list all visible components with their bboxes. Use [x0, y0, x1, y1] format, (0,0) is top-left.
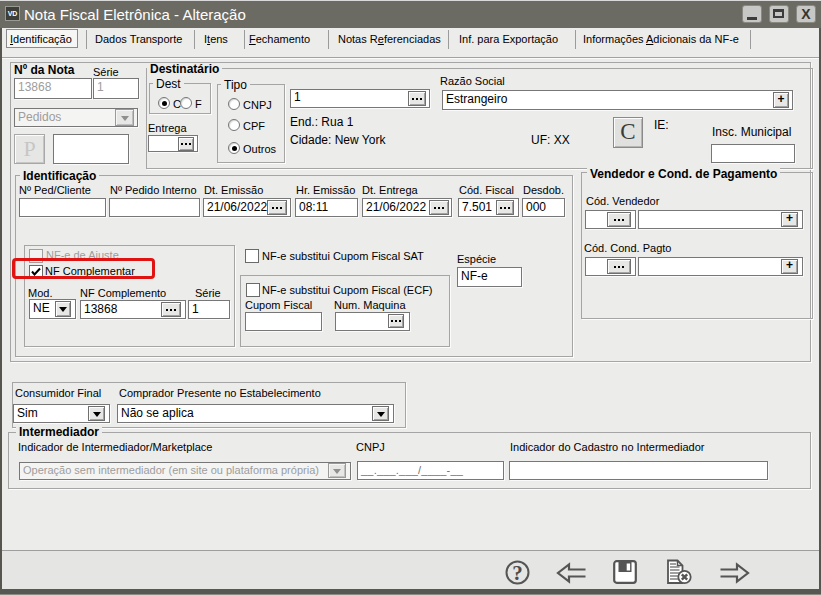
- svg-text:?: ?: [512, 561, 523, 585]
